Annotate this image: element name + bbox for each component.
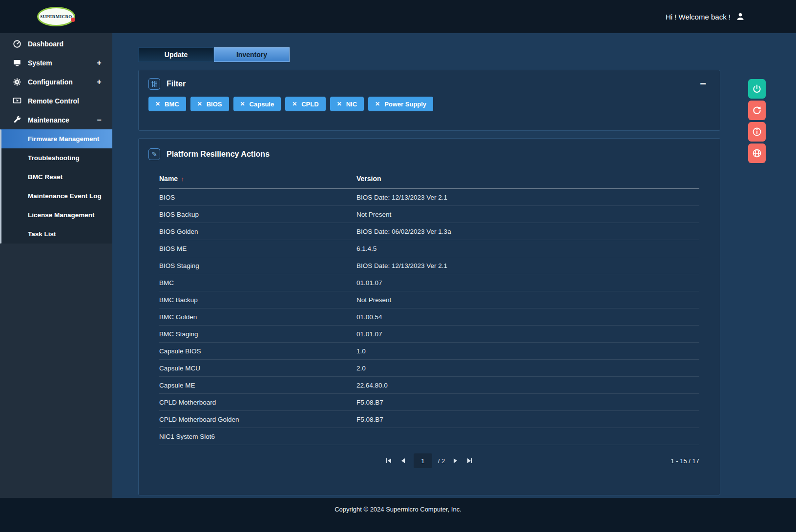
cell-version: BIOS Date: 12/13/2023 Ver 2.1 (356, 189, 699, 206)
refresh-button[interactable] (748, 101, 766, 120)
filter-chip-bios[interactable]: ✕ BIOS (190, 97, 229, 111)
cell-version: F5.08.B7 (356, 394, 699, 411)
sort-asc-icon: ↑ (181, 175, 184, 183)
sidebar-item-label: Firmware Management (28, 135, 99, 143)
cell-version: BIOS Date: 12/13/2023 Ver 2.1 (356, 257, 699, 274)
cell-name: BIOS ME (159, 240, 356, 257)
column-label: Name (159, 175, 178, 183)
chip-label: NIC (346, 101, 357, 108)
column-header-version[interactable]: Version (356, 171, 699, 189)
system-icon (13, 59, 21, 67)
cell-name: BIOS Golden (159, 223, 356, 240)
next-page-button[interactable] (451, 456, 460, 465)
sidebar-item-label: Troubleshooting (28, 154, 80, 162)
first-page-button[interactable] (384, 456, 393, 465)
cell-version: Not Present (356, 206, 699, 223)
filter-chip-cpld[interactable]: ✕ CPLD (285, 97, 325, 111)
cell-version: 01.00.54 (356, 308, 699, 326)
cell-version: BIOS Date: 06/02/2023 Ver 1.3a (356, 223, 699, 240)
cell-name: CPLD Motherboard (159, 394, 356, 411)
table-row[interactable]: BIOS GoldenBIOS Date: 06/02/2023 Ver 1.3… (159, 223, 699, 240)
sidebar-item-remote-control[interactable]: Remote Control (0, 91, 112, 110)
filter-chip-power-supply[interactable]: ✕ Power Supply (368, 97, 433, 111)
table-row[interactable]: BIOS StagingBIOS Date: 12/13/2023 Ver 2.… (159, 257, 699, 274)
collapse-icon[interactable]: − (700, 79, 706, 89)
expand-toggle[interactable]: + (96, 78, 103, 86)
copyright-text: Copyright © 2024 Supermicro Computer, In… (335, 506, 461, 532)
top-header: SUPERMICRO Hi ! Welcome back ! (0, 0, 796, 33)
table-row[interactable]: BIOS ME6.1.4.5 (159, 240, 699, 257)
tab-update[interactable]: Update (138, 47, 214, 62)
cell-name: BIOS (159, 189, 356, 206)
sidebar-item-system[interactable]: System + (0, 53, 112, 72)
table-row[interactable]: BIOSBIOS Date: 12/13/2023 Ver 2.1 (159, 189, 699, 206)
power-button[interactable] (748, 79, 766, 99)
column-header-name[interactable]: Name↑ (159, 171, 356, 189)
cell-name: BMC (159, 274, 356, 291)
language-globe-button[interactable] (748, 143, 766, 163)
collapse-toggle[interactable]: − (96, 116, 103, 124)
sidebar-item-dashboard[interactable]: Dashboard (0, 34, 112, 53)
supermicro-logo[interactable]: SUPERMICRO (37, 7, 75, 26)
sidebar-item-label: Maintenance Event Log (28, 192, 102, 200)
table-row[interactable]: NIC1 System Slot6 (159, 428, 699, 445)
table-row[interactable]: CPLD Motherboard GoldenF5.08.B7 (159, 411, 699, 428)
table-row[interactable]: Capsule MCU2.0 (159, 360, 699, 377)
cell-version: 1.0 (356, 343, 699, 360)
sidebar-item-troubleshooting[interactable]: Troubleshooting (0, 148, 112, 167)
panel-title: Platform Resiliency Actions (167, 150, 270, 159)
filter-chip-list: ✕ BMC ✕ BIOS ✕ Capsule ✕ CPLD (148, 97, 710, 111)
filter-title: Filter (167, 80, 186, 88)
dashboard-icon (13, 40, 21, 48)
sidebar-item-maintenance[interactable]: Maintenance − (0, 110, 112, 129)
prev-page-button[interactable] (399, 456, 408, 465)
last-page-button[interactable] (465, 456, 474, 465)
sidebar-item-license-management[interactable]: License Management (0, 205, 112, 225)
sidebar-item-label: Dashboard (28, 40, 63, 48)
current-page-input[interactable]: 1 (414, 453, 432, 468)
sidebar-item-label: System (28, 59, 52, 67)
cell-name: BIOS Backup (159, 206, 356, 223)
welcome-text: Hi ! Welcome back ! (666, 13, 731, 21)
footer: Copyright © 2024 Supermicro Computer, In… (0, 498, 796, 532)
table-row[interactable]: BMC Golden01.00.54 (159, 308, 699, 326)
chip-label: BMC (165, 101, 179, 108)
platform-resiliency-panel: ✎ Platform Resiliency Actions Name↑ (138, 138, 720, 495)
sidebar-item-bmc-reset[interactable]: BMC Reset (0, 167, 112, 186)
app-root: SUPERMICRO Hi ! Welcome back ! Dashboard (0, 0, 796, 532)
sidebar-item-firmware-management[interactable]: Firmware Management (0, 129, 112, 148)
remove-icon: ✕ (292, 101, 297, 107)
filter-chip-capsule[interactable]: ✕ Capsule (233, 97, 281, 111)
table-row[interactable]: Capsule BIOS1.0 (159, 343, 699, 360)
remote-control-icon (13, 97, 21, 105)
sidebar-item-maintenance-event-log[interactable]: Maintenance Event Log (0, 186, 112, 205)
cell-version: 6.1.4.5 (356, 240, 699, 257)
table-row[interactable]: BIOS BackupNot Present (159, 206, 699, 223)
sidebar-item-label: Remote Control (28, 97, 79, 105)
tab-inventory[interactable]: Inventory (214, 47, 290, 62)
table-row[interactable]: CPLD MotherboardF5.08.B7 (159, 394, 699, 411)
cell-version: F5.08.B7 (356, 411, 699, 428)
column-label: Version (356, 175, 381, 183)
sidebar-item-label: Task List (28, 230, 56, 238)
globe-icon (752, 148, 762, 158)
sidebar-item-task-list[interactable]: Task List (0, 225, 112, 244)
user-icon[interactable] (735, 12, 745, 21)
sidebar-item-configuration[interactable]: Configuration + (0, 72, 112, 91)
table-row[interactable]: BMC BackupNot Present (159, 291, 699, 308)
filter-chip-nic[interactable]: ✕ NIC (330, 97, 364, 111)
chip-label: Power Supply (384, 101, 426, 108)
table-row[interactable]: BMC Staging01.01.07 (159, 326, 699, 343)
filter-chip-bmc[interactable]: ✕ BMC (148, 97, 186, 111)
table-row[interactable]: BMC01.01.07 (159, 274, 699, 291)
cell-name: CPLD Motherboard Golden (159, 411, 356, 428)
refresh-icon (752, 105, 762, 115)
table-row[interactable]: Capsule ME22.64.80.0 (159, 377, 699, 394)
expand-toggle[interactable]: + (96, 59, 103, 67)
filter-icon (148, 78, 160, 90)
sidebar-scrollbar[interactable] (0, 129, 1, 244)
wrench-icon (13, 116, 21, 124)
cell-name: Capsule BIOS (159, 343, 356, 360)
info-button[interactable] (748, 122, 766, 142)
remove-icon: ✕ (375, 101, 380, 107)
